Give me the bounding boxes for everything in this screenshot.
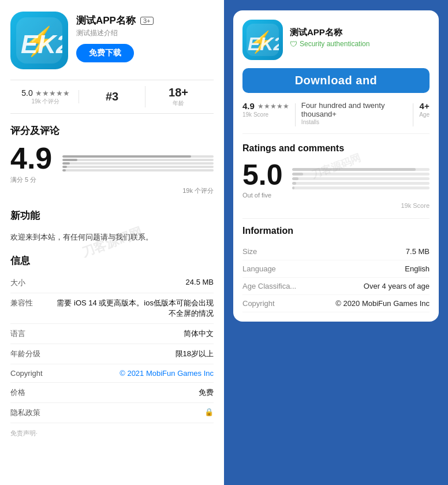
info-value-lang: 简体中文 (51, 329, 214, 339)
bar-row-3 (62, 162, 214, 165)
stat-rating: 5.0 ★★★★★ 19k 个评分 (13, 88, 79, 106)
info-row-lang: 语言 简体中文 (10, 324, 214, 344)
info-label-compat: 兼容性 (10, 298, 51, 308)
info-value-privacy: 🔒 (51, 408, 214, 416)
right-info-row-size: Size 7.5 MB (242, 243, 430, 260)
svg-text:EK28: EK28 (21, 30, 62, 58)
app-header-left: ⚡ EK28 测试APP名称 3+ 测试描述介绍 免费下载 (10, 12, 214, 69)
right-info-value-copyright: © 2020 MobiFun Games Inc (335, 299, 430, 308)
info-row-age: 年龄分级 限18岁以上 (10, 344, 214, 364)
bar-row-2 (62, 166, 214, 168)
bar-track-3 (62, 162, 214, 165)
right-info-label-copyright: Copyright (242, 299, 275, 308)
app-name-right: 测试APP名称 (290, 27, 430, 38)
bar-area-right (292, 168, 430, 191)
stat-age-right: 4+ Age (419, 101, 430, 118)
info-value-copyright: © 2021 MobiFun Games Inc (51, 369, 214, 378)
big-score-area-left: 4.9 满分 5 分 (10, 143, 52, 184)
right-info-value-size: 7.5 MB (406, 247, 430, 256)
svg-text:EK28: EK28 (248, 33, 279, 54)
installs-sub: Installs (301, 119, 407, 125)
right-bar-track-5 (292, 168, 430, 171)
info-row-compat: 兼容性 需要 iOS 14 或更高版本。ios低版本可能会出现不全屏的情况 (10, 293, 214, 324)
score-label-right: Out of five (242, 192, 283, 199)
stat-divider-2 (413, 103, 413, 126)
right-bar-track-1 (292, 186, 430, 189)
bar-track-2 (62, 166, 214, 168)
shield-icon: 🛡 (290, 40, 297, 48)
info-label-privacy: 隐私政策 (10, 408, 51, 418)
bar-track-5 (62, 155, 214, 158)
right-card: 刀客源码网 ⚡ EK28 测试APP名称 🛡 Security authenti… (233, 10, 439, 322)
age-sub-right: Age (419, 111, 430, 118)
stats-row-right: 4.9 ★★★★★ 19k Score Four hundred and twe… (242, 101, 430, 134)
score-row-right: 4.9 ★★★★★ (242, 101, 289, 111)
download-button-left[interactable]: 免费下载 (76, 44, 134, 62)
info-label-age: 年龄分级 (10, 349, 51, 359)
bar-fill-4 (62, 159, 77, 161)
stat-age-number: 18+ (145, 86, 211, 99)
info-label-copyright: Copyright (10, 369, 51, 378)
installs-main: Four hundred and twenty thousand+ (301, 101, 407, 118)
right-info-label-age: Age Classifica... (242, 282, 296, 290)
right-bar-fill-5 (292, 168, 416, 171)
security-row: 🛡 Security authentication (290, 40, 430, 48)
stat-rank-number: #3 (79, 90, 145, 103)
info-value-compat: 需要 iOS 14 或更高版本。ios低版本可能会出现不全屏的情况 (51, 298, 214, 319)
new-features-header: 新功能 (10, 207, 214, 228)
bar-row-4 (62, 159, 214, 161)
stars-right: ★★★★★ (257, 102, 289, 110)
app-icon-left: ⚡ EK28 (10, 12, 68, 69)
star-bars-left (62, 155, 214, 173)
bar-fill-2 (62, 166, 67, 168)
right-bar-row-5 (292, 168, 430, 171)
info-value-price: 免费 (51, 387, 214, 398)
right-bar-fill-2 (292, 182, 296, 185)
info-label-size: 大小 (10, 278, 51, 288)
info-label-price: 价格 (10, 387, 51, 398)
ratings-footer-left: 19k 个评分 (10, 186, 214, 195)
right-info-row-lang: Language English (242, 260, 430, 278)
stat-age: 18+ 年龄 (145, 86, 211, 107)
app-icon-right: ⚡ EK28 (242, 20, 283, 60)
info-value-age: 限18岁以上 (51, 349, 214, 359)
info-title-left: 信息 (10, 254, 214, 267)
app-header-right: ⚡ EK28 测试APP名称 🛡 Security authentication (242, 20, 430, 60)
features-text: 欢迎来到本站，有任何问题请与我们联系。 (10, 232, 214, 244)
stat-rank: #3 (79, 90, 145, 103)
app-title-row: 测试APP名称 3+ (76, 14, 214, 27)
info-row-copyright: Copyright © 2021 MobiFun Games Inc (10, 364, 214, 383)
bar-fill-1 (62, 169, 65, 171)
score-label-left: 满分 5 分 (10, 176, 52, 184)
security-text: Security authentication (300, 40, 369, 48)
big-score-left: 4.9 (10, 143, 52, 173)
ratings-title-right: Ratings and comments (242, 143, 430, 154)
disclaimer-left: 免责声明· (10, 429, 214, 438)
bar-track-1 (62, 169, 214, 171)
bar-row-5 (62, 155, 214, 158)
info-value-size: 24.5 MB (51, 278, 214, 286)
age-number-right: 4+ (419, 101, 430, 111)
info-label-lang: 语言 (10, 329, 51, 339)
score-sub-right: 19k Score (242, 111, 289, 118)
stat-installs-right: Four hundred and twenty thousand+ Instal… (301, 101, 407, 125)
info-row-price: 价格 免费 (10, 383, 214, 403)
right-bar-row-4 (292, 173, 430, 176)
download-button-right[interactable]: Download and (242, 68, 430, 93)
right-bar-fill-4 (292, 173, 303, 176)
stats-row-left: 5.0 ★★★★★ 19k 个评分 #3 18+ 年龄 (10, 80, 214, 114)
info-section-left: 信息 大小 24.5 MB 兼容性 需要 iOS 14 或更高版本。ios低版本… (10, 254, 214, 423)
info-row-size: 大小 24.5 MB (10, 273, 214, 293)
app-name-left: 测试APP名称 (76, 14, 136, 27)
info-title-right: Information (242, 226, 430, 236)
stat-age-label: 年龄 (145, 99, 211, 107)
right-bar-track-4 (292, 173, 430, 176)
right-bar-track-2 (292, 182, 430, 185)
right-info-row-age: Age Classifica... Over 4 years of age (242, 278, 430, 295)
score-number-right: 4.9 (242, 101, 255, 111)
app-info-right: 测试APP名称 🛡 Security authentication (290, 27, 430, 53)
stat-score-right: 4.9 ★★★★★ 19k Score (242, 101, 289, 118)
ratings-section-right: Ratings and comments 5.0 Out of five (242, 143, 430, 209)
stat-review-count: 19k 个评分 (13, 98, 79, 106)
new-features-section: 新功能 欢迎来到本站，有任何问题请与我们联系。 (10, 207, 214, 244)
